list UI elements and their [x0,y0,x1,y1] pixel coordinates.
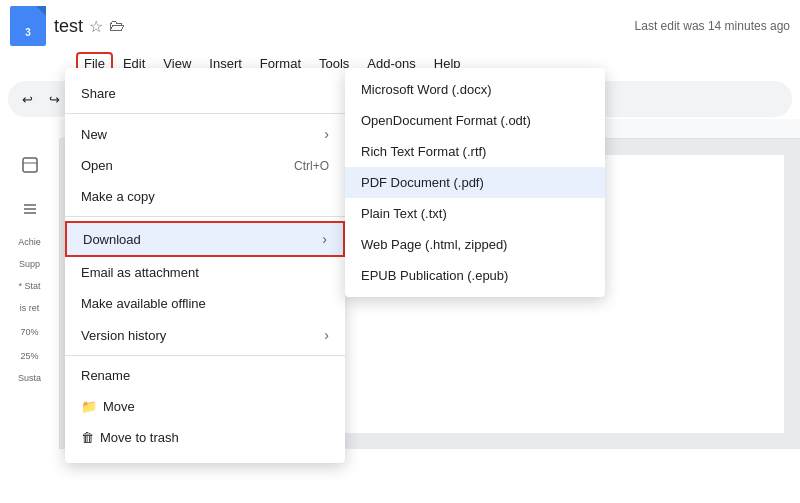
file-menu-open-shortcut: Ctrl+O [294,159,329,173]
redo-button[interactable]: ↪ [43,90,66,109]
star-icon[interactable]: ☆ [89,17,103,36]
download-submenu: Microsoft Word (.docx) OpenDocument Form… [345,68,605,297]
file-menu-section-download: Download › Email as attachment Make avai… [65,217,345,356]
submenu-html-label: Web Page (.html, zipped) [361,237,507,252]
file-menu-move[interactable]: 📁Move [65,391,345,422]
sidebar-label-isret: is ret [18,301,42,315]
file-menu-share-label: Share [81,86,116,101]
doc-icon: 3 [10,6,46,46]
file-menu-download[interactable]: Download › [65,221,345,257]
submenu-docx[interactable]: Microsoft Word (.docx) [345,74,605,105]
doc-title: test [54,16,83,37]
submenu-odt[interactable]: OpenDocument Format (.odt) [345,105,605,136]
submenu-html[interactable]: Web Page (.html, zipped) [345,229,605,260]
title-area: test ☆ 🗁 [54,16,627,37]
last-edit-text: Last edit was 14 minutes ago [635,19,790,33]
submenu-txt[interactable]: Plain Text (.txt) [345,198,605,229]
submenu-rtf[interactable]: Rich Text Format (.rtf) [345,136,605,167]
file-menu-copy-label: Make a copy [81,189,155,204]
file-menu-offline[interactable]: Make available offline [65,288,345,319]
file-menu-section-share: Share [65,74,345,114]
sidebar-label-susta: Susta [16,371,43,385]
file-menu-rename-label: Rename [81,368,130,383]
file-menu-share[interactable]: Share [65,78,345,109]
trash-icon: 🗑 [81,430,94,445]
submenu-odt-label: OpenDocument Format (.odt) [361,113,531,128]
svg-rect-0 [23,158,37,172]
file-menu-email[interactable]: Email as attachment [65,257,345,288]
sidebar: Achie Supp * Stat is ret 70% 25% Susta [0,139,60,449]
file-menu-version[interactable]: Version history › [65,319,345,351]
file-menu-download-arrow: › [322,231,327,247]
file-menu-trash-label: 🗑Move to trash [81,430,179,445]
file-menu-move-label: 📁Move [81,399,135,414]
sidebar-icon-list[interactable] [12,191,48,227]
file-menu-open[interactable]: Open Ctrl+O [65,150,345,181]
file-menu-trash[interactable]: 🗑Move to trash [65,422,345,453]
sidebar-label-70pct: 70% [18,323,40,341]
submenu-docx-label: Microsoft Word (.docx) [361,82,492,97]
submenu-pdf-label: PDF Document (.pdf) [361,175,484,190]
file-menu-new[interactable]: New › [65,118,345,150]
sidebar-label-25pct: 25% [18,349,40,363]
undo-button[interactable]: ↩ [16,90,39,109]
file-menu-new-arrow: › [324,126,329,142]
submenu-epub-label: EPUB Publication (.epub) [361,268,508,283]
file-menu-copy[interactable]: Make a copy [65,181,345,212]
submenu-rtf-label: Rich Text Format (.rtf) [361,144,486,159]
file-dropdown-menu: Share New › Open Ctrl+O Make a copy Down… [65,68,345,463]
file-menu-version-arrow: › [324,327,329,343]
submenu-epub[interactable]: EPUB Publication (.epub) [345,260,605,291]
folder-icon[interactable]: 🗁 [109,17,125,35]
file-menu-new-label: New [81,127,107,142]
move-folder-icon: 📁 [81,399,97,414]
file-menu-email-label: Email as attachment [81,265,199,280]
file-menu-download-label: Download [83,232,141,247]
file-menu-open-label: Open [81,158,113,173]
sidebar-label-achie: Achie [16,235,43,249]
top-bar: 3 test ☆ 🗁 Last edit was 14 minutes ago [0,0,800,52]
sidebar-label-stat: * Stat [16,279,42,293]
file-menu-section-rename: Rename 📁Move 🗑Move to trash [65,356,345,457]
file-menu-version-label: Version history [81,328,166,343]
file-menu-offline-label: Make available offline [81,296,206,311]
submenu-txt-label: Plain Text (.txt) [361,206,447,221]
doc-icon-number: 3 [25,15,31,38]
file-menu-rename[interactable]: Rename [65,360,345,391]
sidebar-icon-home[interactable] [12,147,48,183]
sidebar-label-supp: Supp [17,257,42,271]
file-menu-section-new: New › Open Ctrl+O Make a copy [65,114,345,217]
submenu-pdf[interactable]: PDF Document (.pdf) [345,167,605,198]
